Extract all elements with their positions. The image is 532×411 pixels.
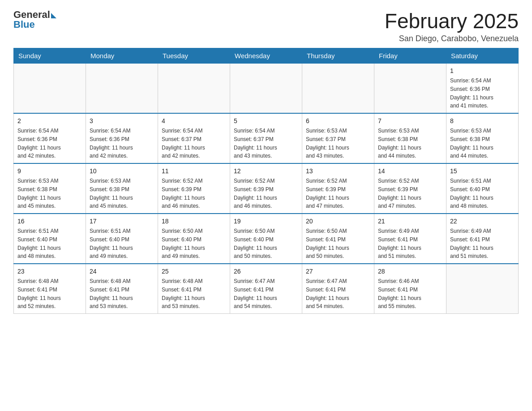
day-number: 8 (450, 116, 515, 126)
day-info: Sunrise: 6:53 AM Sunset: 6:38 PM Dayligh… (378, 128, 421, 159)
calendar-day-cell: 11Sunrise: 6:52 AM Sunset: 6:39 PM Dayli… (158, 163, 230, 214)
day-number: 11 (162, 167, 226, 176)
month-title: February 2025 (385, 9, 519, 33)
day-info: Sunrise: 6:53 AM Sunset: 6:38 PM Dayligh… (450, 128, 493, 159)
day-number: 18 (162, 217, 226, 226)
weekday-header-sunday: Sunday (14, 48, 86, 64)
calendar-day-cell: 15Sunrise: 6:51 AM Sunset: 6:40 PM Dayli… (446, 163, 519, 214)
calendar-day-cell: 12Sunrise: 6:52 AM Sunset: 6:39 PM Dayli… (230, 163, 302, 214)
day-info: Sunrise: 6:52 AM Sunset: 6:39 PM Dayligh… (378, 178, 421, 209)
day-number: 19 (234, 217, 298, 226)
day-info: Sunrise: 6:53 AM Sunset: 6:38 PM Dayligh… (17, 178, 61, 209)
day-info: Sunrise: 6:51 AM Sunset: 6:40 PM Dayligh… (17, 228, 61, 259)
logo-blue-text: Blue (13, 19, 35, 30)
calendar-day-cell: 2Sunrise: 6:54 AM Sunset: 6:36 PM Daylig… (14, 113, 86, 163)
calendar-day-cell: 18Sunrise: 6:50 AM Sunset: 6:40 PM Dayli… (158, 214, 230, 264)
day-info: Sunrise: 6:54 AM Sunset: 6:36 PM Dayligh… (17, 128, 61, 159)
calendar-week-row: 23Sunrise: 6:48 AM Sunset: 6:41 PM Dayli… (14, 264, 519, 314)
calendar-day-cell: 24Sunrise: 6:48 AM Sunset: 6:41 PM Dayli… (86, 264, 158, 314)
title-area: February 2025 San Diego, Carabobo, Venez… (385, 9, 519, 43)
day-info: Sunrise: 6:51 AM Sunset: 6:40 PM Dayligh… (90, 228, 133, 259)
day-number: 26 (234, 267, 298, 276)
calendar-day-cell: 8Sunrise: 6:53 AM Sunset: 6:38 PM Daylig… (446, 113, 519, 163)
calendar-day-cell (374, 64, 446, 114)
calendar-week-row: 16Sunrise: 6:51 AM Sunset: 6:40 PM Dayli… (14, 214, 519, 264)
calendar-week-row: 9Sunrise: 6:53 AM Sunset: 6:38 PM Daylig… (14, 163, 519, 214)
calendar-day-cell: 5Sunrise: 6:54 AM Sunset: 6:37 PM Daylig… (230, 113, 302, 163)
location-title: San Diego, Carabobo, Venezuela (385, 34, 519, 43)
day-info: Sunrise: 6:51 AM Sunset: 6:40 PM Dayligh… (450, 178, 493, 209)
day-info: Sunrise: 6:46 AM Sunset: 6:41 PM Dayligh… (378, 278, 421, 309)
weekday-header-saturday: Saturday (446, 48, 519, 64)
calendar-day-cell: 21Sunrise: 6:49 AM Sunset: 6:41 PM Dayli… (374, 214, 446, 264)
calendar-day-cell: 22Sunrise: 6:49 AM Sunset: 6:41 PM Dayli… (446, 214, 519, 264)
day-info: Sunrise: 6:50 AM Sunset: 6:41 PM Dayligh… (306, 228, 349, 259)
calendar-day-cell (302, 64, 374, 114)
calendar-day-cell: 9Sunrise: 6:53 AM Sunset: 6:38 PM Daylig… (14, 163, 86, 214)
calendar-day-cell: 20Sunrise: 6:50 AM Sunset: 6:41 PM Dayli… (302, 214, 374, 264)
calendar-day-cell: 19Sunrise: 6:50 AM Sunset: 6:40 PM Dayli… (230, 214, 302, 264)
day-info: Sunrise: 6:54 AM Sunset: 6:36 PM Dayligh… (450, 77, 493, 109)
day-info: Sunrise: 6:48 AM Sunset: 6:41 PM Dayligh… (17, 278, 61, 309)
day-number: 22 (450, 217, 515, 226)
weekday-header-wednesday: Wednesday (230, 48, 302, 64)
day-number: 20 (306, 217, 370, 226)
weekday-header-thursday: Thursday (302, 48, 374, 64)
day-number: 7 (378, 116, 442, 126)
calendar-day-cell (14, 64, 86, 114)
day-number: 28 (378, 267, 442, 276)
calendar-day-cell: 28Sunrise: 6:46 AM Sunset: 6:41 PM Dayli… (374, 264, 446, 314)
day-number: 27 (306, 267, 370, 276)
day-info: Sunrise: 6:50 AM Sunset: 6:40 PM Dayligh… (234, 228, 277, 259)
calendar-day-cell: 16Sunrise: 6:51 AM Sunset: 6:40 PM Dayli… (14, 214, 86, 264)
day-number: 12 (234, 167, 298, 176)
calendar-day-cell: 14Sunrise: 6:52 AM Sunset: 6:39 PM Dayli… (374, 163, 446, 214)
calendar-week-row: 2Sunrise: 6:54 AM Sunset: 6:36 PM Daylig… (14, 113, 519, 163)
page-header: General Blue February 2025 San Diego, Ca… (13, 9, 519, 43)
day-number: 14 (378, 167, 442, 176)
day-info: Sunrise: 6:49 AM Sunset: 6:41 PM Dayligh… (450, 228, 493, 259)
day-number: 25 (162, 267, 226, 276)
calendar-day-cell: 6Sunrise: 6:53 AM Sunset: 6:37 PM Daylig… (302, 113, 374, 163)
logo-arrow-icon (51, 13, 56, 18)
calendar-day-cell: 13Sunrise: 6:52 AM Sunset: 6:39 PM Dayli… (302, 163, 374, 214)
day-number: 3 (90, 116, 154, 126)
day-number: 2 (17, 116, 82, 126)
day-info: Sunrise: 6:54 AM Sunset: 6:37 PM Dayligh… (162, 128, 205, 159)
calendar-day-cell (158, 64, 230, 114)
day-number: 23 (17, 267, 82, 276)
day-info: Sunrise: 6:47 AM Sunset: 6:41 PM Dayligh… (306, 278, 349, 309)
day-info: Sunrise: 6:50 AM Sunset: 6:40 PM Dayligh… (162, 228, 205, 259)
day-info: Sunrise: 6:53 AM Sunset: 6:38 PM Dayligh… (90, 178, 133, 209)
day-number: 13 (306, 167, 370, 176)
day-info: Sunrise: 6:53 AM Sunset: 6:37 PM Dayligh… (306, 128, 349, 159)
day-number: 10 (90, 167, 154, 176)
day-info: Sunrise: 6:48 AM Sunset: 6:41 PM Dayligh… (162, 278, 205, 309)
day-info: Sunrise: 6:54 AM Sunset: 6:37 PM Dayligh… (234, 128, 277, 159)
weekday-header-monday: Monday (86, 48, 158, 64)
calendar-day-cell: 27Sunrise: 6:47 AM Sunset: 6:41 PM Dayli… (302, 264, 374, 314)
calendar-week-row: 1Sunrise: 6:54 AM Sunset: 6:36 PM Daylig… (14, 64, 519, 114)
day-number: 15 (450, 167, 515, 176)
day-info: Sunrise: 6:52 AM Sunset: 6:39 PM Dayligh… (162, 178, 205, 209)
calendar-day-cell (230, 64, 302, 114)
day-number: 16 (17, 217, 82, 226)
calendar-day-cell: 7Sunrise: 6:53 AM Sunset: 6:38 PM Daylig… (374, 113, 446, 163)
day-number: 1 (450, 66, 515, 76)
day-number: 5 (234, 116, 298, 126)
day-info: Sunrise: 6:54 AM Sunset: 6:36 PM Dayligh… (90, 128, 133, 159)
calendar-day-cell: 25Sunrise: 6:48 AM Sunset: 6:41 PM Dayli… (158, 264, 230, 314)
day-info: Sunrise: 6:52 AM Sunset: 6:39 PM Dayligh… (234, 178, 277, 209)
weekday-header-tuesday: Tuesday (158, 48, 230, 64)
calendar-day-cell (86, 64, 158, 114)
calendar-day-cell: 23Sunrise: 6:48 AM Sunset: 6:41 PM Dayli… (14, 264, 86, 314)
logo: General Blue (13, 9, 56, 30)
day-number: 9 (17, 167, 82, 176)
day-info: Sunrise: 6:48 AM Sunset: 6:41 PM Dayligh… (90, 278, 133, 309)
calendar-day-cell: 4Sunrise: 6:54 AM Sunset: 6:37 PM Daylig… (158, 113, 230, 163)
day-number: 6 (306, 116, 370, 126)
day-number: 4 (162, 116, 226, 126)
day-number: 17 (90, 217, 154, 226)
day-info: Sunrise: 6:49 AM Sunset: 6:41 PM Dayligh… (378, 228, 421, 259)
calendar-table: SundayMondayTuesdayWednesdayThursdayFrid… (13, 48, 519, 314)
